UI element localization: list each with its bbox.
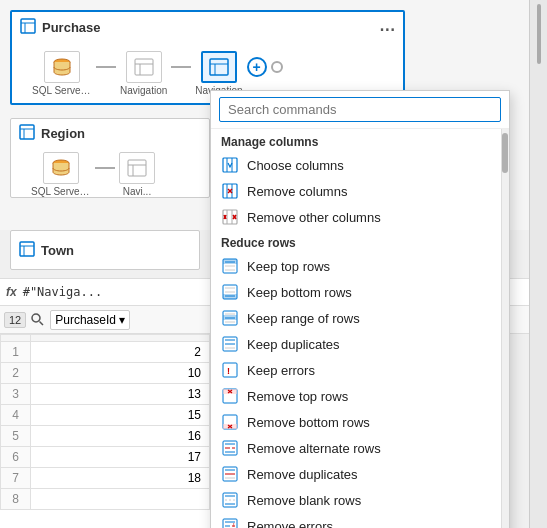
svg-point-20	[32, 314, 40, 322]
keep-top-rows-item[interactable]: Keep top rows	[211, 253, 509, 279]
row-number: 5	[1, 426, 31, 447]
nav1-step-label: Navigation	[120, 85, 167, 96]
purchase-query-title: Purchase ⋯	[12, 12, 403, 43]
remove-errors-item[interactable]: ! Remove errors	[211, 513, 509, 528]
keep-bottom-rows-label: Keep bottom rows	[247, 285, 352, 300]
row-value: 15	[31, 405, 210, 426]
row-number: 6	[1, 447, 31, 468]
remove-duplicates-label: Remove duplicates	[247, 467, 358, 482]
remove-top-rows-item[interactable]: Remove top rows	[211, 383, 509, 409]
row-number: 1	[1, 342, 31, 363]
purchase-title-text: Purchase	[42, 20, 101, 35]
remove-duplicates-item[interactable]: Remove duplicates	[211, 461, 509, 487]
svg-rect-79	[223, 519, 237, 528]
formula-value: #"Naviga...	[23, 285, 102, 299]
choose-columns-icon	[221, 156, 239, 174]
purchaseid-col-header	[31, 335, 210, 342]
row-number: 4	[1, 405, 31, 426]
table-row: 415	[1, 405, 210, 426]
svg-rect-22	[223, 158, 237, 172]
svg-rect-56	[223, 363, 237, 377]
add-step-button[interactable]: +	[247, 57, 267, 77]
remove-blank-rows-label: Remove blank rows	[247, 493, 361, 508]
keep-duplicates-item[interactable]: Keep duplicates	[211, 331, 509, 357]
connector-2	[171, 66, 191, 68]
menu-scrollbar[interactable]	[501, 129, 509, 528]
svg-rect-0	[21, 19, 35, 33]
manage-columns-header: Manage columns	[211, 129, 509, 152]
remove-other-columns-label: Remove other columns	[247, 210, 381, 225]
town-query-box: Town	[10, 230, 200, 270]
remove-other-columns-icon	[221, 208, 239, 226]
end-dot	[271, 61, 283, 73]
remove-alternate-rows-label: Remove alternate rows	[247, 441, 381, 456]
row-number: 7	[1, 468, 31, 489]
region-step-nav: Navi...	[119, 152, 155, 197]
reduce-rows-header: Reduce rows	[211, 230, 509, 253]
table-row: 210	[1, 363, 210, 384]
scrollbar-thumb	[502, 133, 508, 173]
search-box-container	[211, 91, 509, 129]
search-input[interactable]	[219, 97, 501, 122]
commands-dropdown: Manage columns Choose columns	[210, 90, 510, 528]
region-query-box: Region SQL Server datab... Navi.	[10, 118, 210, 198]
region-nav-label: Navi...	[123, 186, 151, 197]
keep-bottom-rows-icon	[221, 283, 239, 301]
row-value	[31, 489, 210, 510]
svg-rect-14	[128, 160, 146, 176]
choose-columns-item[interactable]: Choose columns	[211, 152, 509, 178]
remove-alternate-rows-icon	[221, 439, 239, 457]
svg-rect-4	[135, 59, 153, 75]
remove-bottom-rows-item[interactable]: Remove bottom rows	[211, 409, 509, 435]
kebab-menu-icon[interactable]: ⋯	[379, 20, 395, 39]
region-db-icon[interactable]	[43, 152, 79, 184]
search-icon	[30, 312, 46, 328]
row-num-header	[1, 335, 31, 342]
remove-columns-icon	[221, 182, 239, 200]
remove-columns-label: Remove columns	[247, 184, 347, 199]
region-title-text: Region	[41, 126, 85, 141]
region-nav-icon[interactable]	[119, 152, 155, 184]
region-title: Region	[11, 119, 209, 148]
keep-top-rows-label: Keep top rows	[247, 259, 330, 274]
row-value: 16	[31, 426, 210, 447]
table-icon	[20, 18, 36, 37]
row-value: 2	[31, 342, 210, 363]
row-value: 13	[31, 384, 210, 405]
right-panel	[529, 0, 547, 528]
keep-range-of-rows-item[interactable]: Keep range of rows	[211, 305, 509, 331]
remove-other-columns-item[interactable]: Remove other columns	[211, 204, 509, 230]
step-db: SQL Server datab...	[32, 51, 92, 96]
keep-errors-icon: !	[221, 361, 239, 379]
region-table-icon	[19, 124, 35, 143]
column-type-badge: 12	[4, 312, 26, 328]
region-connector	[95, 167, 115, 169]
choose-columns-label: Choose columns	[247, 158, 344, 173]
keep-duplicates-icon	[221, 335, 239, 353]
table-row: 516	[1, 426, 210, 447]
db-step-label: SQL Server datab...	[32, 85, 92, 96]
svg-rect-10	[20, 125, 34, 139]
column-dropdown[interactable]: PurchaseId ▾	[50, 310, 130, 330]
remove-errors-icon: !	[221, 517, 239, 528]
row-number: 3	[1, 384, 31, 405]
nav1-step-icon[interactable]	[126, 51, 162, 83]
row-number: 8	[1, 489, 31, 510]
column-name: PurchaseId	[55, 313, 116, 327]
remove-top-rows-icon	[221, 387, 239, 405]
db-step-icon[interactable]	[44, 51, 80, 83]
row-value: 18	[31, 468, 210, 489]
remove-duplicates-icon	[221, 465, 239, 483]
remove-columns-item[interactable]: Remove columns	[211, 178, 509, 204]
chevron-down-icon: ▾	[119, 313, 125, 327]
keep-errors-item[interactable]: ! Keep errors	[211, 357, 509, 383]
table-row: 313	[1, 384, 210, 405]
remove-blank-rows-icon	[221, 491, 239, 509]
remove-blank-rows-item[interactable]: Remove blank rows	[211, 487, 509, 513]
keep-bottom-rows-item[interactable]: Keep bottom rows	[211, 279, 509, 305]
nav2-step-icon[interactable]	[201, 51, 237, 83]
remove-alternate-rows-item[interactable]: Remove alternate rows	[211, 435, 509, 461]
connector-1	[96, 66, 116, 68]
town-table-icon	[19, 241, 35, 260]
right-panel-accent	[530, 4, 547, 64]
